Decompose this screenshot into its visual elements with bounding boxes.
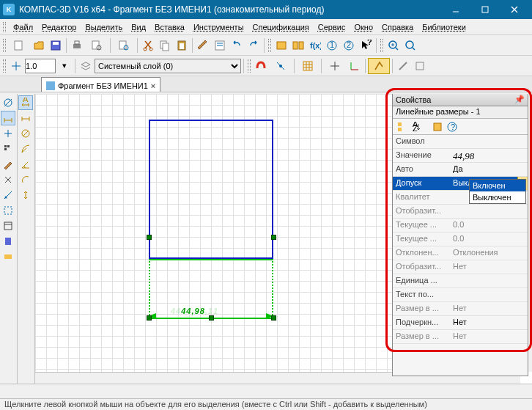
handle[interactable] (147, 235, 152, 240)
zoom-fit-button[interactable] (402, 37, 418, 54)
canvas-area[interactable]: 4444,98,11 Свойства 📌 Линейные размеры -… (35, 94, 532, 384)
maximize-button[interactable] (470, 0, 500, 19)
help-cursor-button[interactable]: ? (358, 37, 374, 54)
property-value[interactable]: Отклонения (450, 246, 528, 260)
pin-icon[interactable]: 📌 (514, 95, 525, 104)
sketch-button[interactable] (395, 58, 411, 74)
minimize-button[interactable] (441, 0, 470, 19)
linear-dim-icon[interactable] (18, 111, 33, 125)
property-value[interactable] (450, 135, 528, 148)
filter-icon[interactable] (431, 120, 444, 133)
property-row[interactable]: Единица ... (393, 274, 528, 288)
properties-button[interactable] (212, 37, 228, 54)
radial-dim-icon[interactable] (18, 142, 33, 156)
report-icon[interactable] (1, 234, 15, 249)
property-row[interactable]: Размер в ...Нет (393, 302, 528, 316)
ortho-button[interactable] (324, 58, 346, 74)
property-value[interactable]: 0.0 (450, 233, 528, 246)
menu-file[interactable]: Файл (9, 21, 37, 33)
brush-button[interactable] (195, 37, 211, 54)
tab-close-icon[interactable]: × (151, 81, 155, 90)
scale-input[interactable] (25, 59, 56, 73)
param-icon[interactable] (1, 172, 15, 187)
property-row[interactable]: Размер в ...Нет (393, 330, 528, 344)
property-row[interactable]: Текущее ...0.0 (393, 233, 528, 246)
new-button[interactable] (8, 37, 30, 54)
diameter-dim-icon[interactable] (18, 126, 33, 141)
menu-help[interactable]: Справка (377, 21, 418, 33)
manager-button[interactable] (290, 37, 306, 54)
menu-view[interactable]: Вид (127, 21, 150, 33)
zoom-in-button[interactable] (385, 37, 402, 54)
copy-button[interactable] (157, 37, 173, 54)
save-button[interactable] (48, 37, 64, 54)
edit-icon[interactable] (1, 157, 15, 172)
geometry-icon[interactable] (1, 95, 15, 110)
property-row[interactable]: Значение44,98 (393, 149, 528, 163)
dropdown-option[interactable]: Выключен (470, 191, 525, 203)
raster-icon[interactable] (1, 142, 15, 156)
prop-button[interactable] (113, 37, 135, 54)
property-value[interactable]: 44,98 (450, 149, 528, 162)
property-row[interactable]: Символ (393, 135, 528, 149)
round-button[interactable] (368, 58, 390, 74)
layer-select[interactable]: Системный слой (0) (95, 59, 241, 73)
property-value[interactable]: Нет (450, 260, 528, 274)
scale-down-icon[interactable]: ▾ (56, 58, 73, 74)
menu-insert[interactable]: Вставка (150, 21, 189, 33)
open-button[interactable] (31, 37, 47, 54)
property-row[interactable]: Отобразит...Нет (393, 260, 528, 274)
tolerance-dropdown[interactable]: ВключенВыключен (469, 179, 526, 204)
property-value[interactable]: Нет (450, 330, 528, 343)
properties-header[interactable]: Свойства 📌 (393, 94, 528, 106)
sort-icon[interactable]: AZ (410, 120, 424, 133)
property-value[interactable] (450, 274, 528, 288)
property-value[interactable]: 0.0 (450, 219, 528, 232)
vars2-button[interactable]: 2 (341, 37, 357, 54)
angular-dim-icon[interactable] (18, 157, 33, 172)
menu-tools[interactable]: Инструменты (189, 21, 248, 33)
property-value[interactable] (450, 205, 528, 218)
select-icon[interactable] (1, 203, 15, 218)
help-icon[interactable]: ? (446, 120, 459, 133)
snap-button[interactable] (253, 58, 269, 74)
edit-button[interactable] (412, 58, 428, 74)
document-tab[interactable]: Фрагмент БЕЗ ИМЕНИ1 × (41, 77, 160, 92)
vars1-button[interactable]: 1 (324, 37, 340, 54)
menu-libraries[interactable]: Библиотеки (418, 21, 470, 33)
property-value[interactable] (450, 288, 528, 301)
redo-button[interactable] (245, 37, 262, 54)
spec-icon[interactable] (1, 219, 15, 233)
layers-button[interactable] (78, 58, 94, 74)
measure-icon[interactable] (1, 188, 15, 202)
notation-icon[interactable] (1, 126, 15, 141)
dimensions-icon[interactable] (1, 111, 15, 125)
handle[interactable] (271, 235, 276, 240)
close-button[interactable] (500, 0, 529, 19)
preview-button[interactable] (86, 37, 108, 54)
auto-dim-icon[interactable]: A (18, 95, 33, 110)
menu-spec[interactable]: Спецификация (248, 21, 314, 33)
paste-button[interactable] (174, 37, 190, 54)
property-row[interactable]: Отклонен...Отклонения (393, 246, 528, 260)
property-value[interactable]: Да (450, 163, 528, 176)
grid-button[interactable] (297, 58, 319, 74)
print-button[interactable] (69, 37, 85, 54)
property-row[interactable]: Подчеркн...Нет (393, 316, 528, 330)
dimension-text[interactable]: 4444,98,11 (171, 301, 218, 318)
property-row[interactable]: Текущее ...0.0 (393, 219, 528, 233)
property-value[interactable]: Нет (450, 302, 528, 315)
menu-edit[interactable]: Редактор (37, 21, 81, 33)
property-row[interactable]: Отобразит... (393, 205, 528, 219)
axis-button[interactable] (8, 58, 24, 74)
handle[interactable] (271, 315, 276, 321)
handle[interactable] (147, 315, 152, 321)
local-cs-button[interactable] (347, 58, 363, 74)
property-value[interactable]: Нет (450, 316, 528, 329)
fx-button[interactable]: f(x) (307, 37, 323, 54)
menu-window[interactable]: Окно (350, 21, 377, 33)
insert-icon[interactable] (1, 249, 15, 264)
property-row[interactable]: АвтоДа (393, 163, 528, 177)
property-row[interactable]: Текст по... (393, 288, 528, 302)
menu-service[interactable]: Сервис (314, 21, 350, 33)
